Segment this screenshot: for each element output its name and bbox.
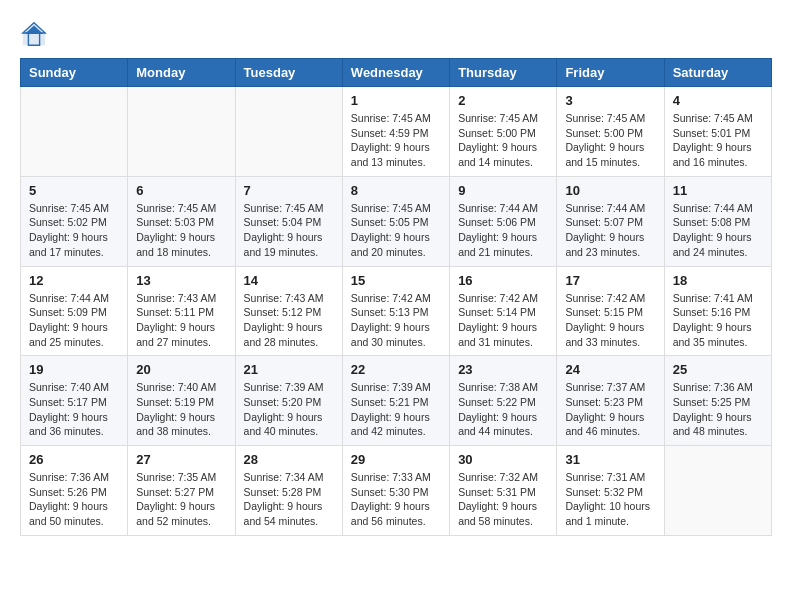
calendar-cell: 4Sunrise: 7:45 AM Sunset: 5:01 PM Daylig…: [664, 87, 771, 177]
day-number: 16: [458, 273, 548, 288]
day-info: Sunrise: 7:43 AM Sunset: 5:11 PM Dayligh…: [136, 291, 226, 350]
calendar-cell: 26Sunrise: 7:36 AM Sunset: 5:26 PM Dayli…: [21, 446, 128, 536]
day-number: 8: [351, 183, 441, 198]
calendar-cell: 17Sunrise: 7:42 AM Sunset: 5:15 PM Dayli…: [557, 266, 664, 356]
calendar-week-4: 19Sunrise: 7:40 AM Sunset: 5:17 PM Dayli…: [21, 356, 772, 446]
day-info: Sunrise: 7:45 AM Sunset: 5:00 PM Dayligh…: [458, 111, 548, 170]
calendar-cell: 11Sunrise: 7:44 AM Sunset: 5:08 PM Dayli…: [664, 176, 771, 266]
day-number: 23: [458, 362, 548, 377]
day-info: Sunrise: 7:33 AM Sunset: 5:30 PM Dayligh…: [351, 470, 441, 529]
calendar-cell: [664, 446, 771, 536]
day-info: Sunrise: 7:44 AM Sunset: 5:06 PM Dayligh…: [458, 201, 548, 260]
day-header-saturday: Saturday: [664, 59, 771, 87]
calendar-cell: 14Sunrise: 7:43 AM Sunset: 5:12 PM Dayli…: [235, 266, 342, 356]
day-info: Sunrise: 7:37 AM Sunset: 5:23 PM Dayligh…: [565, 380, 655, 439]
day-number: 30: [458, 452, 548, 467]
calendar-cell: 8Sunrise: 7:45 AM Sunset: 5:05 PM Daylig…: [342, 176, 449, 266]
day-number: 15: [351, 273, 441, 288]
calendar-cell: 23Sunrise: 7:38 AM Sunset: 5:22 PM Dayli…: [450, 356, 557, 446]
calendar-cell: 9Sunrise: 7:44 AM Sunset: 5:06 PM Daylig…: [450, 176, 557, 266]
calendar-cell: 1Sunrise: 7:45 AM Sunset: 4:59 PM Daylig…: [342, 87, 449, 177]
day-info: Sunrise: 7:43 AM Sunset: 5:12 PM Dayligh…: [244, 291, 334, 350]
day-number: 6: [136, 183, 226, 198]
day-number: 3: [565, 93, 655, 108]
day-info: Sunrise: 7:36 AM Sunset: 5:25 PM Dayligh…: [673, 380, 763, 439]
day-number: 31: [565, 452, 655, 467]
day-number: 19: [29, 362, 119, 377]
day-number: 10: [565, 183, 655, 198]
calendar-cell: 25Sunrise: 7:36 AM Sunset: 5:25 PM Dayli…: [664, 356, 771, 446]
calendar-cell: 12Sunrise: 7:44 AM Sunset: 5:09 PM Dayli…: [21, 266, 128, 356]
day-number: 26: [29, 452, 119, 467]
day-number: 2: [458, 93, 548, 108]
day-number: 5: [29, 183, 119, 198]
day-number: 22: [351, 362, 441, 377]
day-info: Sunrise: 7:42 AM Sunset: 5:15 PM Dayligh…: [565, 291, 655, 350]
calendar-cell: 31Sunrise: 7:31 AM Sunset: 5:32 PM Dayli…: [557, 446, 664, 536]
day-header-thursday: Thursday: [450, 59, 557, 87]
day-number: 4: [673, 93, 763, 108]
calendar-cell: [235, 87, 342, 177]
calendar-week-3: 12Sunrise: 7:44 AM Sunset: 5:09 PM Dayli…: [21, 266, 772, 356]
day-info: Sunrise: 7:36 AM Sunset: 5:26 PM Dayligh…: [29, 470, 119, 529]
day-info: Sunrise: 7:40 AM Sunset: 5:19 PM Dayligh…: [136, 380, 226, 439]
day-number: 28: [244, 452, 334, 467]
day-number: 24: [565, 362, 655, 377]
calendar-cell: 22Sunrise: 7:39 AM Sunset: 5:21 PM Dayli…: [342, 356, 449, 446]
day-number: 25: [673, 362, 763, 377]
page-header: [20, 20, 772, 48]
day-number: 13: [136, 273, 226, 288]
day-info: Sunrise: 7:39 AM Sunset: 5:21 PM Dayligh…: [351, 380, 441, 439]
day-number: 1: [351, 93, 441, 108]
calendar-cell: 16Sunrise: 7:42 AM Sunset: 5:14 PM Dayli…: [450, 266, 557, 356]
calendar-cell: 19Sunrise: 7:40 AM Sunset: 5:17 PM Dayli…: [21, 356, 128, 446]
calendar-table: SundayMondayTuesdayWednesdayThursdayFrid…: [20, 58, 772, 536]
day-info: Sunrise: 7:45 AM Sunset: 4:59 PM Dayligh…: [351, 111, 441, 170]
day-info: Sunrise: 7:45 AM Sunset: 5:01 PM Dayligh…: [673, 111, 763, 170]
day-number: 29: [351, 452, 441, 467]
calendar-week-2: 5Sunrise: 7:45 AM Sunset: 5:02 PM Daylig…: [21, 176, 772, 266]
calendar-week-5: 26Sunrise: 7:36 AM Sunset: 5:26 PM Dayli…: [21, 446, 772, 536]
day-info: Sunrise: 7:44 AM Sunset: 5:07 PM Dayligh…: [565, 201, 655, 260]
calendar-cell: 24Sunrise: 7:37 AM Sunset: 5:23 PM Dayli…: [557, 356, 664, 446]
calendar-cell: 10Sunrise: 7:44 AM Sunset: 5:07 PM Dayli…: [557, 176, 664, 266]
calendar-cell: 15Sunrise: 7:42 AM Sunset: 5:13 PM Dayli…: [342, 266, 449, 356]
day-number: 20: [136, 362, 226, 377]
calendar-cell: [21, 87, 128, 177]
calendar-cell: 18Sunrise: 7:41 AM Sunset: 5:16 PM Dayli…: [664, 266, 771, 356]
day-number: 14: [244, 273, 334, 288]
day-number: 18: [673, 273, 763, 288]
day-header-sunday: Sunday: [21, 59, 128, 87]
day-number: 17: [565, 273, 655, 288]
day-info: Sunrise: 7:45 AM Sunset: 5:04 PM Dayligh…: [244, 201, 334, 260]
day-info: Sunrise: 7:45 AM Sunset: 5:03 PM Dayligh…: [136, 201, 226, 260]
calendar-cell: 3Sunrise: 7:45 AM Sunset: 5:00 PM Daylig…: [557, 87, 664, 177]
day-info: Sunrise: 7:45 AM Sunset: 5:02 PM Dayligh…: [29, 201, 119, 260]
logo-icon: [20, 20, 48, 48]
day-info: Sunrise: 7:42 AM Sunset: 5:14 PM Dayligh…: [458, 291, 548, 350]
day-number: 12: [29, 273, 119, 288]
day-number: 11: [673, 183, 763, 198]
calendar-cell: 5Sunrise: 7:45 AM Sunset: 5:02 PM Daylig…: [21, 176, 128, 266]
calendar-cell: 13Sunrise: 7:43 AM Sunset: 5:11 PM Dayli…: [128, 266, 235, 356]
day-number: 21: [244, 362, 334, 377]
calendar-cell: 7Sunrise: 7:45 AM Sunset: 5:04 PM Daylig…: [235, 176, 342, 266]
day-info: Sunrise: 7:38 AM Sunset: 5:22 PM Dayligh…: [458, 380, 548, 439]
day-header-monday: Monday: [128, 59, 235, 87]
calendar-cell: 6Sunrise: 7:45 AM Sunset: 5:03 PM Daylig…: [128, 176, 235, 266]
day-info: Sunrise: 7:34 AM Sunset: 5:28 PM Dayligh…: [244, 470, 334, 529]
day-info: Sunrise: 7:44 AM Sunset: 5:09 PM Dayligh…: [29, 291, 119, 350]
calendar-cell: 27Sunrise: 7:35 AM Sunset: 5:27 PM Dayli…: [128, 446, 235, 536]
calendar-cell: 21Sunrise: 7:39 AM Sunset: 5:20 PM Dayli…: [235, 356, 342, 446]
calendar-header-row: SundayMondayTuesdayWednesdayThursdayFrid…: [21, 59, 772, 87]
day-number: 7: [244, 183, 334, 198]
day-info: Sunrise: 7:45 AM Sunset: 5:00 PM Dayligh…: [565, 111, 655, 170]
day-info: Sunrise: 7:31 AM Sunset: 5:32 PM Dayligh…: [565, 470, 655, 529]
calendar-cell: 20Sunrise: 7:40 AM Sunset: 5:19 PM Dayli…: [128, 356, 235, 446]
day-number: 27: [136, 452, 226, 467]
day-header-friday: Friday: [557, 59, 664, 87]
calendar-cell: [128, 87, 235, 177]
calendar-week-1: 1Sunrise: 7:45 AM Sunset: 4:59 PM Daylig…: [21, 87, 772, 177]
day-info: Sunrise: 7:40 AM Sunset: 5:17 PM Dayligh…: [29, 380, 119, 439]
day-number: 9: [458, 183, 548, 198]
